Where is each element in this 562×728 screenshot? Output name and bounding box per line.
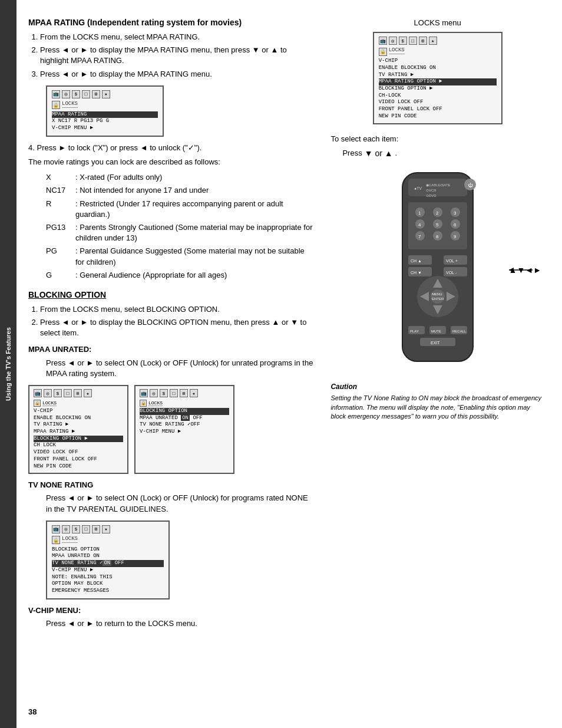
locks-menu-screen: 📺 ◎ $ □ ⊞ ★ 🔒 LOCKS V-CHIP ENABLE BLOCKI… — [373, 32, 503, 124]
mpaa-title: MPAA RATING (Independent rating system f… — [28, 18, 313, 27]
locks-icon-tn: 🔒 — [52, 536, 60, 544]
icon-tv-l: 📺 — [34, 389, 42, 397]
svg-text:CH ▼: CH ▼ — [411, 271, 422, 275]
svg-text:2: 2 — [436, 210, 439, 216]
mpaa-step-1: From the LOCKS menu, select MPAA RATING. — [40, 32, 313, 42]
blocking-screens: 📺 ◎ $ □ ⊞ ★ 🔒 LOCKS V-CHIP ENABLE BLO — [28, 385, 313, 474]
press-label: Press — [342, 149, 362, 157]
tv-none-label: TV NONE RATING — [28, 480, 313, 490]
blocking-step-1: From the LOCKS menu, select BLOCKING OPT… — [40, 304, 313, 315]
locks-label: LOCKS — [62, 101, 78, 108]
icon-dol-lk: $ — [399, 37, 407, 45]
svg-text:RECALL: RECALL — [452, 330, 467, 333]
svg-text:●TV: ●TV — [414, 186, 422, 190]
mpaa-step-3: Press ◄ or ► to display the MPAA RATING … — [40, 69, 313, 80]
svg-text:EXIT: EXIT — [431, 341, 440, 345]
icon-gr-tn: ⊞ — [92, 525, 100, 533]
mpaa-step-2: Press ◄ or ► to display the MPAA RATING … — [40, 45, 313, 66]
mpaa-steps: From the LOCKS menu, select MPAA RATING.… — [40, 32, 313, 80]
svg-text:⊙VCR: ⊙VCR — [426, 189, 437, 192]
locks-icon: 🔒 — [52, 101, 60, 109]
icon-circ-l: ◎ — [44, 389, 52, 397]
locks-lbl-lk: LOCKS — [389, 47, 405, 54]
svg-text:MUTE: MUTE — [431, 330, 441, 333]
locks-icon-lk: 🔒 — [379, 48, 387, 56]
icon-gr-l: ⊞ — [74, 389, 82, 397]
svg-text:6: 6 — [454, 222, 457, 228]
icon-dol-r: $ — [160, 389, 168, 397]
blocking-step-2: Press ◄ or ► to display the BLOCKING OPT… — [40, 317, 313, 338]
svg-text:⊙DVD: ⊙DVD — [426, 194, 437, 197]
remote-container: ●TV ◉CABLE/SATE ⊙VCR ⊙DVD ⏻ 1 — [330, 170, 544, 370]
rating-pg: PG : Parental Guidance Suggested (Some m… — [46, 246, 313, 267]
icon-square: □ — [82, 90, 90, 98]
tv-none-screen: 📺 ◎ $ □ ⊞ ★ 🔒 LOCKS BLOCKING OPTION MPAA… — [46, 521, 170, 599]
icon-gr-r: ⊞ — [180, 389, 188, 397]
step4-text: 4. Press ► to lock ("X") or press ◄ to u… — [28, 143, 313, 153]
mpaa-menu-vchip: V-CHIP MENU ► — [52, 125, 158, 132]
right-column: LOCKS menu 📺 ◎ $ □ ⊞ ★ 🔒 LOCKS — [325, 18, 544, 633]
screen-icons-tvnone: 📺 ◎ $ □ ⊞ ★ — [52, 525, 164, 533]
icon-circle: ◎ — [62, 90, 70, 98]
svg-text:PLAY: PLAY — [410, 330, 419, 333]
mpaa-screen-mockup: 📺 ◎ $ □ ⊞ ★ 🔒 LOCKS MPAA RATING X NC17 R… — [46, 85, 164, 137]
select-instruction: To select each item: — [330, 134, 544, 144]
mpaa-menu-highlight: MPAA RATING — [52, 111, 158, 118]
icon-star: ★ — [102, 90, 110, 98]
caution-title: Caution — [330, 382, 544, 392]
svg-marker-52 — [509, 268, 514, 272]
press-arrows: ▼ or ▲ — [365, 149, 393, 158]
svg-text:4: 4 — [418, 222, 421, 228]
rating-g: G : General Audience (Appropriate for al… — [46, 270, 313, 281]
vchip-desc: Press ◄ or ► to return to the LOCKS menu… — [46, 618, 313, 629]
screen-icons-row-right: 📺 ◎ $ □ ⊞ ★ — [140, 389, 229, 397]
icon-sq-lk: □ — [409, 37, 417, 45]
blocking-steps: From the LOCKS menu, select BLOCKING OPT… — [40, 304, 313, 339]
page-number: 38 — [28, 707, 37, 716]
svg-text:5: 5 — [436, 222, 439, 228]
vchip-section: V-CHIP MENU: Press ◄ or ► to return to t… — [28, 605, 313, 629]
screen-icons-locks: 📺 ◎ $ □ ⊞ ★ — [379, 37, 497, 45]
svg-text:3: 3 — [454, 210, 457, 216]
svg-text:ENTER: ENTER — [432, 297, 444, 301]
icon-sq-l: □ — [64, 389, 72, 397]
icon-circ-tn: ◎ — [62, 525, 70, 533]
icon-st-l: ★ — [84, 389, 92, 397]
screen-icons-row-left: 📺 ◎ $ □ ⊞ ★ — [34, 389, 123, 397]
svg-text:1: 1 — [418, 210, 421, 216]
vchip-label: V-CHIP MENU: — [28, 605, 313, 616]
svg-text:8: 8 — [436, 234, 439, 239]
icon-dol-tn: $ — [72, 525, 80, 533]
icon-circ-r: ◎ — [150, 389, 158, 397]
icon-grid: ⊞ — [92, 90, 100, 98]
main-content: MPAA RATING (Independent rating system f… — [16, 0, 562, 728]
svg-text:CH ▲: CH ▲ — [411, 259, 422, 263]
rating-nc17: NC17 : Not intended for anyone 17 and un… — [46, 185, 313, 196]
icon-tv-r: 📺 — [140, 389, 148, 397]
mpaa-unrated-label: MPAA UNRATED: — [28, 344, 313, 355]
tv-none-desc: Press ◄ or ► to select ON (Lock) or OFF … — [46, 493, 313, 514]
locks-icon-l: 🔒 — [34, 400, 41, 407]
rating-pg13: PG13 : Parents Strongly Cautioned (Some … — [46, 222, 313, 243]
side-tab: Using the TV's Features — [0, 0, 16, 728]
arrow-pointer — [509, 264, 544, 276]
press-period: . — [395, 149, 398, 157]
svg-text:◉CABLE/SATE: ◉CABLE/SATE — [426, 183, 451, 187]
locks-lbl-l: LOCKS — [42, 400, 57, 406]
press-instruction: Press ▼ or ▲ . — [342, 149, 544, 158]
rating-r: R : Restricted (Under 17 requires accomp… — [46, 199, 313, 220]
blocking-screen-right: 📺 ◎ $ □ ⊞ ★ 🔒 LOCKS BLOCKING OPTION M — [134, 385, 234, 474]
remote-svg: ●TV ◉CABLE/SATE ⊙VCR ⊙DVD ⏻ 1 — [385, 170, 491, 370]
locks-icon-r: 🔒 — [140, 400, 147, 407]
icon-st-lk: ★ — [429, 37, 437, 45]
blocking-screen-left: 📺 ◎ $ □ ⊞ ★ 🔒 LOCKS V-CHIP ENABLE BLO — [28, 385, 128, 474]
icon-sq-r: □ — [170, 389, 178, 397]
screen-icons-row: 📺 ◎ $ □ ⊞ ★ — [52, 90, 158, 98]
svg-text:VOL +: VOL + — [446, 259, 458, 263]
svg-point-40 — [431, 289, 445, 304]
icon-dollar: $ — [72, 90, 80, 98]
svg-text:VOL -: VOL - — [446, 271, 457, 275]
icon-sq-tn: □ — [82, 525, 90, 533]
rating-x: X : X-rated (For adults only) — [46, 172, 313, 183]
left-column: MPAA RATING (Independent rating system f… — [28, 18, 313, 633]
